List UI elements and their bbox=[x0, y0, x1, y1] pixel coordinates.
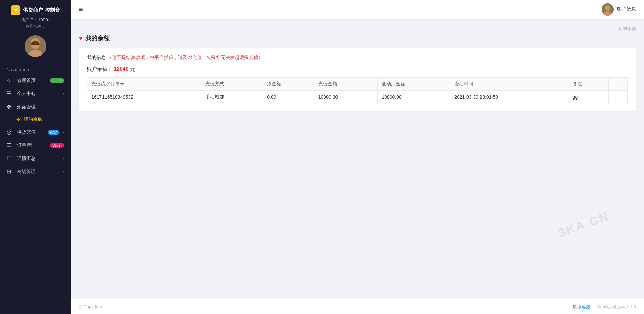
cell-original: 0.00 bbox=[263, 91, 314, 104]
cell-method: 手动增加 bbox=[201, 91, 263, 104]
chevron-right-icon-4: › bbox=[63, 169, 64, 174]
personal-icon: ☰ bbox=[7, 90, 13, 97]
my-balance-icon: ✤ bbox=[16, 117, 20, 122]
topbar: ≡ 账户信息 bbox=[71, 0, 644, 19]
watermark: 3KA.CN bbox=[556, 209, 611, 240]
merchant-name: 商户名称： bbox=[25, 24, 46, 29]
nav-label-my-balance: 我的余额 bbox=[24, 116, 42, 122]
nav-label-balance: 余额管理 bbox=[17, 104, 58, 110]
chevron-right-icon: › bbox=[63, 91, 64, 96]
col-original: 原金额 bbox=[263, 78, 314, 91]
balance-unit: 元 bbox=[130, 66, 135, 72]
detail-icon: ☐ bbox=[7, 155, 13, 162]
cell-time: 2021-03-30 23:01:50 bbox=[450, 91, 568, 104]
menu-toggle-button[interactable]: ≡ bbox=[79, 6, 83, 13]
page-title-text: 我的余额 bbox=[85, 34, 110, 42]
nav-label-order: 订单管理 bbox=[17, 142, 47, 148]
chevron-right-icon-2: › bbox=[63, 130, 64, 135]
copyright-text: © Copyright bbox=[79, 304, 102, 309]
sidebar-item-home[interactable]: ⌂ 管理首页 home bbox=[0, 74, 71, 87]
col-order-no: 充值流水订单号 bbox=[87, 78, 201, 91]
recharge-icon: ◎ bbox=[7, 129, 13, 135]
svg-point-4 bbox=[37, 44, 38, 45]
sidebar-item-personal[interactable]: ☰ 个人中心 › bbox=[0, 87, 71, 100]
topbar-right: 账户信息 bbox=[602, 3, 636, 16]
topbar-avatar bbox=[602, 3, 614, 16]
sidebar: ✦ 供货商户 控制台 商户ID：10001 商户名称： Navigation ⌂… bbox=[0, 0, 71, 314]
main-area: ≡ 账户信息 我的余额 ♥ 我的余额 bbox=[71, 0, 644, 314]
nav-label-secret: 秘钥管理 bbox=[17, 169, 59, 175]
sidebar-item-recharge[interactable]: ◎ 供货充值 PAY › bbox=[0, 125, 71, 139]
col-time: 变动时间 bbox=[450, 78, 568, 91]
nav-label-detail: 详情汇总 bbox=[17, 155, 59, 162]
page-title: ♥ 我的余额 bbox=[79, 34, 636, 42]
breadcrumb-text: 我的余额 bbox=[618, 26, 636, 32]
col-after: 变动后金额 bbox=[378, 78, 450, 91]
table-row: 1617116510340532 手动增加 0.00 10000.00 1000… bbox=[87, 91, 628, 104]
logo-icon: ✦ bbox=[11, 5, 20, 15]
info-notice: 我的信息 （这不是结算款项，由平台授信，请及时充值，欠费将无法发起话费充值） bbox=[87, 55, 628, 61]
content-area: 我的余额 ♥ 我的余额 我的信息 （这不是结算款项，由平台授信，请及时充值，欠费… bbox=[71, 19, 644, 299]
sidebar-item-my-balance[interactable]: ✤ 我的余额 bbox=[0, 113, 71, 125]
version-text: SaaS系统版本：1.0 bbox=[597, 304, 636, 310]
chevron-right-icon-3: › bbox=[63, 156, 64, 161]
balance-icon: ✤ bbox=[7, 104, 13, 110]
chevron-down-icon: ∨ bbox=[61, 105, 64, 109]
sidebar-item-detail[interactable]: ☐ 详情汇总 › bbox=[0, 152, 71, 165]
balance-label: 账户余额： bbox=[87, 66, 112, 72]
main-footer: © Copyright 联系客服 SaaS系统版本：1.0 bbox=[71, 299, 644, 314]
col-action bbox=[609, 78, 628, 91]
sidebar-title: 供货商户 控制台 bbox=[23, 7, 60, 13]
cell-amount: 10000.00 bbox=[314, 91, 378, 104]
info-label: 我的信息 bbox=[87, 55, 106, 60]
nav-section-label: Navigation bbox=[0, 63, 71, 74]
sidebar-header: ✦ 供货商户 控制台 商户ID：10001 商户名称： bbox=[0, 0, 71, 63]
balance-row: 账户余额： 12040 元 bbox=[87, 66, 628, 73]
avatar bbox=[25, 35, 46, 57]
heart-icon: ♥ bbox=[79, 35, 83, 42]
cell-action bbox=[609, 91, 628, 104]
service-link[interactable]: 联系客服 bbox=[573, 304, 590, 310]
home-icon: ⌂ bbox=[7, 78, 13, 84]
sidebar-item-secret[interactable]: ⊞ 秘钥管理 › bbox=[0, 165, 71, 178]
cell-order-no: 1617116510340532 bbox=[87, 91, 201, 104]
recharge-table: 充值流水订单号 充值方式 原金额 充值金额 变动后金额 变动时间 备注 1617… bbox=[87, 77, 628, 104]
badge-home: home bbox=[50, 78, 64, 83]
nav-label-home: 管理首页 bbox=[17, 78, 47, 84]
balance-card: 我的信息 （这不是结算款项，由平台授信，请及时充值，欠费将无法发起话费充值） 账… bbox=[79, 48, 636, 111]
nav-label-recharge: 供货充值 bbox=[17, 129, 45, 135]
col-method: 充值方式 bbox=[201, 78, 263, 91]
svg-point-6 bbox=[605, 5, 610, 11]
footer-right: 联系客服 SaaS系统版本：1.0 bbox=[573, 304, 636, 310]
secret-icon: ⊞ bbox=[7, 168, 13, 175]
info-notice-text: （这不是结算款项，由平台授信，请及时充值，欠费将无法发起话费充值） bbox=[107, 55, 263, 60]
sidebar-item-order[interactable]: ☰ 订单管理 Order bbox=[0, 139, 71, 152]
nav-label-personal: 个人中心 bbox=[17, 91, 59, 97]
merchant-id: 商户ID：10001 bbox=[21, 17, 50, 23]
balance-amount: 12040 bbox=[114, 66, 129, 72]
sidebar-logo: ✦ 供货商户 控制台 bbox=[11, 5, 60, 15]
sidebar-item-balance[interactable]: ✤ 余额管理 ∨ bbox=[0, 100, 71, 113]
order-icon: ☰ bbox=[7, 142, 13, 148]
svg-point-3 bbox=[33, 44, 34, 45]
topbar-user-label: 账户信息 bbox=[617, 6, 636, 12]
breadcrumb: 我的余额 bbox=[79, 26, 636, 32]
cell-after: 10000.00 bbox=[378, 91, 450, 104]
col-amount: 充值金额 bbox=[314, 78, 378, 91]
col-note: 备注 bbox=[568, 78, 609, 91]
table-header-row: 充值流水订单号 充值方式 原金额 充值金额 变动后金额 变动时间 备注 bbox=[87, 78, 628, 91]
cell-note: gg bbox=[568, 91, 609, 104]
badge-order: Order bbox=[50, 143, 64, 148]
badge-pay: PAY bbox=[48, 130, 59, 135]
